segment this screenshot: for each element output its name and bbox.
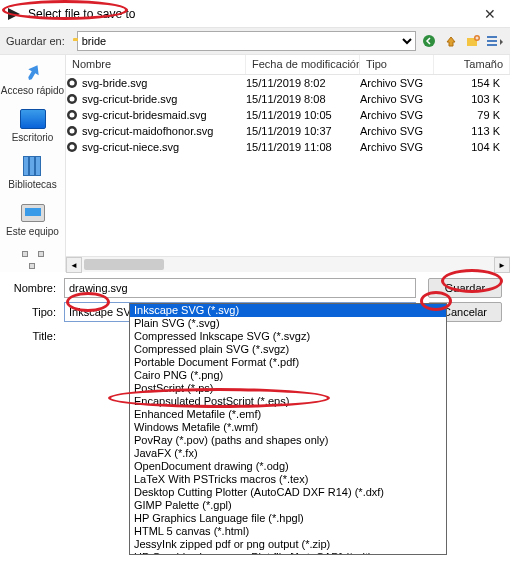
place-quick-access[interactable]: Acceso rápido <box>0 59 65 96</box>
file-type: Archivo SVG <box>360 109 434 121</box>
window-title: Select file to save to <box>28 7 476 21</box>
file-size: 113 K <box>434 125 510 137</box>
filetype-option[interactable]: JavaFX (*.fx) <box>130 447 446 460</box>
filetype-option[interactable]: HTML 5 canvas (*.html) <box>130 525 446 538</box>
filetype-option[interactable]: Enhanced Metafile (*.emf) <box>130 408 446 421</box>
scroll-thumb[interactable] <box>84 259 164 270</box>
filetype-option[interactable]: PostScript (*.ps) <box>130 382 446 395</box>
file-name: svg-bride.svg <box>82 77 147 89</box>
filename-input[interactable] <box>64 278 416 298</box>
save-button[interactable]: Guardar <box>428 278 502 298</box>
back-button[interactable] <box>420 32 438 50</box>
new-folder-button[interactable] <box>464 32 482 50</box>
svg-point-15 <box>70 145 75 150</box>
scroll-track[interactable] <box>166 257 494 272</box>
view-menu-button[interactable] <box>486 32 504 50</box>
file-type: Archivo SVG <box>360 93 434 105</box>
place-label: Bibliotecas <box>0 179 65 190</box>
place-network[interactable]: Red <box>0 247 65 272</box>
place-this-pc[interactable]: Este equipo <box>0 200 65 237</box>
place-label: Este equipo <box>0 226 65 237</box>
file-name: svg-cricut-maidofhonor.svg <box>82 125 213 137</box>
filetype-option[interactable]: PovRay (*.pov) (paths and shapes only) <box>130 434 446 447</box>
file-row[interactable]: svg-cricut-niece.svg 15/11/2019 11:08 Ar… <box>66 139 510 155</box>
file-date: 15/11/2019 8:08 <box>246 93 360 105</box>
file-size: 154 K <box>434 77 510 89</box>
place-label: Acceso rápido <box>0 85 65 96</box>
file-size: 104 K <box>434 141 510 153</box>
location-bar: Guardar en: bride <box>0 28 510 54</box>
up-button[interactable] <box>442 32 460 50</box>
file-type: Archivo SVG <box>360 141 434 153</box>
filetype-option[interactable]: JessyInk zipped pdf or png output (*.zip… <box>130 538 446 551</box>
column-headers: Nombre Fecha de modificación Tipo Tamaño <box>66 55 510 75</box>
filetype-option[interactable]: Compressed plain SVG (*.svgz) <box>130 343 446 356</box>
file-name: svg-cricut-bride.svg <box>82 93 177 105</box>
filetype-option[interactable]: Compressed Inkscape SVG (*.svgz) <box>130 330 446 343</box>
file-icon <box>66 109 78 121</box>
filetype-option[interactable]: Windows Metafile (*.wmf) <box>130 421 446 434</box>
filetype-option[interactable]: OpenDocument drawing (*.odg) <box>130 460 446 473</box>
scroll-left-arrow[interactable]: ◄ <box>66 257 82 273</box>
svg-point-7 <box>70 81 75 86</box>
file-name: svg-cricut-bridesmaid.svg <box>82 109 207 121</box>
places-sidebar: Acceso rápido Escritorio Bibliotecas Est… <box>0 55 66 272</box>
name-label: Nombre: <box>8 282 56 294</box>
app-icon <box>6 6 22 22</box>
col-size[interactable]: Tamaño <box>434 55 510 74</box>
svg-point-0 <box>423 35 435 47</box>
dialog-body: Acceso rápido Escritorio Bibliotecas Est… <box>0 54 510 272</box>
save-in-label: Guardar en: <box>6 35 65 47</box>
file-size: 103 K <box>434 93 510 105</box>
place-desktop[interactable]: Escritorio <box>0 106 65 143</box>
svg-point-9 <box>70 97 75 102</box>
col-type[interactable]: Tipo <box>360 55 434 74</box>
file-date: 15/11/2019 8:02 <box>246 77 360 89</box>
svg-rect-5 <box>487 44 497 46</box>
file-date: 15/11/2019 11:08 <box>246 141 360 153</box>
file-size: 79 K <box>434 109 510 121</box>
horizontal-scrollbar[interactable]: ◄ ► <box>66 256 510 272</box>
scroll-right-arrow[interactable]: ► <box>494 257 510 273</box>
file-row[interactable]: svg-cricut-bride.svg 15/11/2019 8:08 Arc… <box>66 91 510 107</box>
type-label: Tipo: <box>8 306 56 318</box>
file-type: Archivo SVG <box>360 77 434 89</box>
filetype-option[interactable]: HP Graphics Language file (*.hpgl) <box>130 512 446 525</box>
title-label: Title: <box>8 330 56 342</box>
svg-point-13 <box>70 129 75 134</box>
file-icon <box>66 77 78 89</box>
col-name[interactable]: Nombre <box>66 55 246 74</box>
filetype-dropdown[interactable]: Inkscape SVG (*.svg)Plain SVG (*.svg)Com… <box>129 303 447 555</box>
file-row[interactable]: svg-bride.svg 15/11/2019 8:02 Archivo SV… <box>66 75 510 91</box>
svg-rect-3 <box>487 36 497 38</box>
file-date: 15/11/2019 10:05 <box>246 109 360 121</box>
filetype-option[interactable]: Inkscape SVG (*.svg) <box>130 304 446 317</box>
place-libraries[interactable]: Bibliotecas <box>0 153 65 190</box>
title-bar: Select file to save to ✕ <box>0 0 510 28</box>
svg-point-11 <box>70 113 75 118</box>
filetype-option[interactable]: Desktop Cutting Plotter (AutoCAD DXF R14… <box>130 486 446 499</box>
file-area: Nombre Fecha de modificación Tipo Tamaño… <box>66 55 510 272</box>
folder-select[interactable]: bride <box>77 31 416 51</box>
file-date: 15/11/2019 10:37 <box>246 125 360 137</box>
file-name: svg-cricut-niece.svg <box>82 141 179 153</box>
filetype-option[interactable]: Portable Document Format (*.pdf) <box>130 356 446 369</box>
file-icon <box>66 125 78 137</box>
svg-rect-4 <box>487 40 497 42</box>
filetype-option[interactable]: Cairo PNG (*.png) <box>130 369 446 382</box>
file-icon <box>66 93 78 105</box>
col-date[interactable]: Fecha de modificación <box>246 55 360 74</box>
file-type: Archivo SVG <box>360 125 434 137</box>
file-row[interactable]: svg-cricut-maidofhonor.svg 15/11/2019 10… <box>66 123 510 139</box>
filetype-option[interactable]: HP Graphics Language Plot file [AutoCAD]… <box>130 551 446 555</box>
file-row[interactable]: svg-cricut-bridesmaid.svg 15/11/2019 10:… <box>66 107 510 123</box>
close-button[interactable]: ✕ <box>476 6 504 22</box>
place-label: Escritorio <box>0 132 65 143</box>
file-icon <box>66 141 78 153</box>
filetype-option[interactable]: GIMP Palette (*.gpl) <box>130 499 446 512</box>
filetype-option[interactable]: LaTeX With PSTricks macros (*.tex) <box>130 473 446 486</box>
filetype-option[interactable]: Encapsulated PostScript (*.eps) <box>130 395 446 408</box>
file-list: svg-bride.svg 15/11/2019 8:02 Archivo SV… <box>66 75 510 256</box>
filetype-option[interactable]: Plain SVG (*.svg) <box>130 317 446 330</box>
